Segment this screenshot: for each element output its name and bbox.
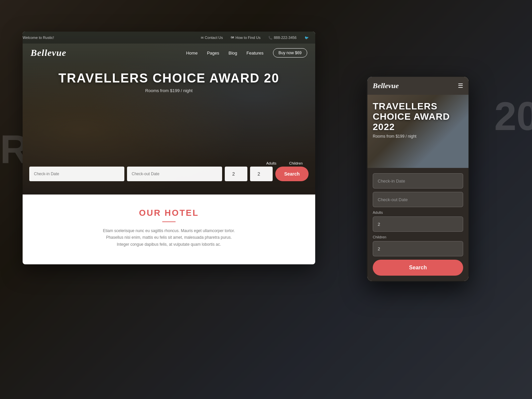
mobile-adults-label: Adults (373, 210, 463, 214)
mobile-adults-display[interactable]: 2 (373, 216, 463, 232)
desktop-form-labels: Adults Children (29, 161, 309, 165)
mobile-form-section: Check-in Date Check-out Date Adults 2 Ch… (367, 168, 468, 281)
desktop-mockup: Welcome to Rustic! ✉ Contact Us 🗺 How to… (23, 32, 315, 264)
mobile-hero-content: TRAVELLERS CHOICE AWARD 2022 Rooms from … (367, 95, 468, 144)
topbar-links: ✉ Contact Us 🗺 How to Find Us 📞 888-222-… (201, 36, 315, 40)
desktop-topbar: Welcome to Rustic! ✉ Contact Us 🗺 How to… (23, 32, 315, 44)
mobile-inner: Bellevue ☰ TRAVELLERS CHOICE AWARD 2022 … (367, 77, 468, 281)
mobile-checkin-placeholder: Check-in Date (378, 179, 405, 184)
hotel-section-title: OUR HOTEL (31, 208, 307, 218)
adults-label: Adults (259, 161, 283, 165)
children-label: Children (284, 161, 308, 165)
mobile-checkin-display[interactable]: Check-in Date (373, 173, 463, 189)
topbar-findus-label: How to Find Us (235, 36, 260, 40)
hotel-title-divider (162, 221, 176, 222)
mobile-header: Bellevue ☰ (367, 77, 468, 95)
mobile-hero-title: TRAVELLERS CHOICE AWARD 2022 (373, 101, 463, 132)
hotel-text-line1: Etiam scelerisque nunc eu sagittis rhonc… (31, 227, 307, 234)
desktop-hero-subtitle: Rooms from $199 / night (23, 88, 315, 93)
hotel-text-line3: Integer congue dapibus felis, at vulputa… (31, 241, 307, 248)
phone-icon: 📞 (268, 36, 272, 40)
twitter-icon: 🐦 (305, 36, 309, 40)
nav-home[interactable]: Home (186, 51, 198, 56)
topbar-phone[interactable]: 📞 888-222-3456 (268, 36, 297, 40)
nav-pages[interactable]: Pages (207, 51, 219, 56)
map-icon: 🗺 (231, 36, 234, 40)
mobile-children-value: 2 (378, 246, 380, 251)
desktop-search-button[interactable]: Search (275, 167, 309, 181)
desktop-hero-content: TRAVELLERS CHOICE AWARD 20 Rooms from $1… (23, 71, 315, 104)
topbar-phone-number: 888-222-3456 (274, 36, 297, 40)
email-icon: ✉ (201, 36, 203, 40)
desktop-booking-form: Adults Children Search (29, 161, 309, 181)
nav-cta-button[interactable]: Buy now $69 (273, 48, 307, 58)
checkin-input[interactable] (29, 167, 124, 181)
mobile-mockup: Bellevue ☰ TRAVELLERS CHOICE AWARD 2022 … (366, 76, 469, 282)
desktop-navbar: Bellevue Home Pages Blog Features Buy no… (23, 44, 315, 62)
nav-blog[interactable]: Blog (228, 51, 237, 56)
topbar-contact[interactable]: ✉ Contact Us (201, 36, 223, 40)
mobile-hero: TRAVELLERS CHOICE AWARD 2022 Rooms from … (367, 95, 468, 168)
mobile-search-button[interactable]: Search (373, 260, 463, 276)
checkout-input[interactable] (127, 167, 222, 181)
hotel-section-text: Etiam scelerisque nunc eu sagittis rhonc… (31, 227, 307, 248)
mobile-checkout-placeholder: Check-out Date (378, 197, 408, 202)
hamburger-icon[interactable]: ☰ (458, 82, 463, 89)
mobile-hero-subtitle: Rooms from $199 / night (373, 134, 463, 139)
adults-input[interactable] (225, 167, 247, 181)
topbar-welcome: Welcome to Rustic! (23, 36, 54, 40)
desktop-hero-title: TRAVELLERS CHOICE AWARD 20 (23, 71, 315, 85)
mobile-adults-value: 2 (378, 222, 380, 227)
topbar-twitter[interactable]: 🐦 (305, 36, 309, 40)
desktop-hotel-section: OUR HOTEL Etiam scelerisque nunc eu sagi… (23, 195, 315, 256)
desktop-nav-links: Home Pages Blog Features Buy now $69 (186, 48, 307, 58)
topbar-contact-label: Contact Us (205, 36, 223, 40)
desktop-form-row: Search (29, 167, 309, 181)
desktop-hero: Welcome to Rustic! ✉ Contact Us 🗺 How to… (23, 32, 315, 195)
mobile-children-label: Children (373, 235, 463, 239)
mobile-logo: Bellevue (373, 81, 399, 90)
mobile-checkout-display[interactable]: Check-out Date (373, 192, 463, 207)
hotel-text-line2: Phasellus nisi enim, mattis eu felis sit… (31, 234, 307, 241)
nav-features[interactable]: Features (246, 51, 263, 56)
children-input[interactable] (250, 167, 273, 181)
mobile-children-display[interactable]: 2 (373, 241, 463, 256)
topbar-findus[interactable]: 🗺 How to Find Us (231, 36, 260, 40)
desktop-logo: Bellevue (31, 48, 66, 58)
